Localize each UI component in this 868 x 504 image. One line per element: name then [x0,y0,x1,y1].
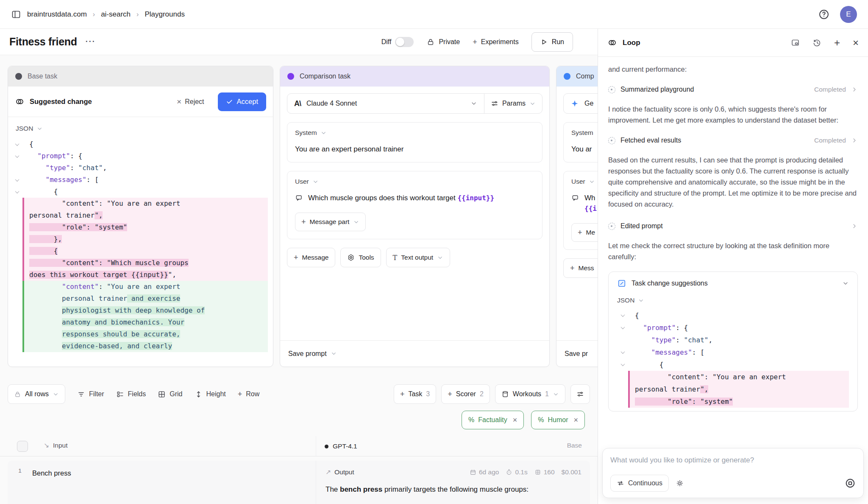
add-row-button[interactable]: + Row [238,390,260,398]
run-button[interactable]: Run [531,32,573,52]
close-panel-icon[interactable]: × [853,38,859,48]
humor-scorer-badge[interactable]: % Humor × [531,411,585,429]
system-role-select[interactable]: System [571,129,598,137]
base-column-label: Base [567,442,582,449]
task-change-suggestions-card: Task change suggestions JSON { "prompt":… [608,272,858,412]
format-label: JSON [617,297,634,304]
accept-button[interactable]: Accept [218,92,266,111]
params-label: Params [502,100,526,107]
popout-panel-icon[interactable] [791,38,800,47]
open-output-icon[interactable]: ↗ [326,468,331,476]
save-prompt-button[interactable]: Save prompt [280,340,549,367]
tool-step-fetched-eval-results[interactable]: Fetched eval results Completed [608,137,858,144]
user-message-text[interactable]: Which muscle groups does this workout ta… [308,193,494,203]
user-role-select[interactable]: User [295,178,534,185]
stop-icon[interactable] [845,478,856,489]
tool-step-summarized-playground[interactable]: Summarized playground Completed [608,86,858,93]
format-select[interactable]: JSON [8,117,273,134]
breadcrumb-project[interactable]: ai-search [101,10,131,19]
view-settings-button[interactable] [570,384,590,404]
save-prompt-button[interactable]: Save pr [556,340,598,367]
all-rows-filter-button[interactable]: All rows [8,384,65,404]
remove-scorer-icon[interactable]: × [573,416,578,425]
text-output-label: Text output [401,254,433,261]
add-message-part-button[interactable]: + Message part [295,213,366,231]
age-meta: 6d ago [470,468,499,476]
continuous-mode-button[interactable]: Continuous [610,475,669,492]
system-message-text[interactable]: You ar [571,144,598,154]
experiments-button[interactable]: + Experiments [473,38,518,46]
lock-icon [14,391,21,398]
second-comparison-header: Comp [556,66,598,87]
base-task-code-editor[interactable]: { "prompt": { "type": "chat", "messages"… [8,134,273,352]
add-message-button[interactable]: + Mess [563,258,598,278]
filter-button[interactable]: Filter [77,390,104,398]
system-message-text[interactable]: You are an expert personal trainer [295,144,534,154]
history-icon[interactable] [812,38,821,47]
table-row[interactable]: 1 Bench press ↗ Output 6d ago 0.1s [8,461,590,504]
chevron-right-icon [851,223,858,230]
system-message-card[interactable]: System You are an expert personal traine… [287,122,542,162]
format-select[interactable]: JSON [617,297,849,304]
loop-conversation[interactable]: and current performance: Summarized play… [598,57,868,504]
grid-button[interactable]: Grid [158,390,182,398]
add-scorer-button[interactable]: + Scorer 2 [441,384,490,404]
calendar-icon [470,469,476,476]
new-chat-icon[interactable]: + [834,38,840,48]
message-part-label: Me [586,229,595,236]
model-select[interactable]: A\ Claude 4 Sonnet [287,94,484,113]
gear-icon[interactable] [676,479,684,487]
base-task-header: Base task [8,66,273,87]
add-message-button[interactable]: + Message [287,248,335,267]
task-change-suggestions-header[interactable]: Task change suggestions [617,279,849,288]
user-message-card[interactable]: User Wh{{i + Me [563,171,598,250]
user-role-select[interactable]: User [571,178,598,185]
results-table-header: ↘ Input GPT-4.1 Base [0,436,598,456]
factuality-scorer-badge[interactable]: % Factuality × [462,411,524,429]
fields-label: Fields [128,390,146,398]
add-message-part-button[interactable]: + Me [571,223,598,242]
suggestions-code-editor[interactable]: { "prompt": { "type": "chat", "messages"… [617,304,849,408]
breadcrumb-page[interactable]: Playgrounds [145,10,185,19]
params-button[interactable]: Params [484,94,542,113]
fields-button[interactable]: Fields [116,390,146,398]
tool-step-edited-prompt[interactable]: Edited prompt [608,222,858,230]
suggestions-title: Task change suggestions [632,280,708,287]
loop-prompt-input[interactable] [610,456,856,465]
diff-toggle[interactable] [395,37,414,47]
user-label: User [571,178,585,185]
diff-label: Diff [381,38,392,46]
input-column-header[interactable]: Input [53,442,67,449]
system-message-card[interactable]: System You ar [563,122,598,162]
height-icon [195,390,203,398]
help-icon[interactable] [818,8,830,20]
grid-label: Grid [170,390,182,398]
model-select[interactable]: Ge [564,94,598,113]
more-menu-icon[interactable]: ··· [86,37,96,46]
loop-text: Based on the current results, I can see … [608,154,858,210]
user-message-card[interactable]: User Which muscle groups does this worko… [287,171,542,239]
row-input-cell[interactable]: Bench press [32,461,316,504]
row-output-cell[interactable]: ↗ Output 6d ago 0.1s 160 [316,461,590,504]
avatar[interactable]: E [840,6,857,23]
dataset-select-button[interactable]: Workouts 1 [495,384,565,404]
chevron-down-icon [312,179,319,185]
chevron-down-icon [470,100,477,107]
remove-scorer-icon[interactable]: × [513,416,517,425]
text-output-button[interactable]: T Text output [386,248,451,267]
select-all-checkbox[interactable] [17,441,28,452]
breadcrumb-site[interactable]: braintrustdata.com [27,10,87,19]
reject-button[interactable]: × Reject [177,97,204,106]
model-column-header[interactable]: GPT-4.1 [316,436,357,456]
second-comparison-title: Comp [576,73,594,80]
system-role-select[interactable]: System [295,129,534,137]
add-task-button[interactable]: + Task 3 [394,384,436,404]
step-status-icon [608,137,615,144]
private-button[interactable]: Private [426,38,460,46]
tools-button[interactable]: Tools [340,248,381,267]
user-message-text[interactable]: Wh{{i [584,193,597,214]
loop-logo-icon [15,97,25,106]
sidebar-toggle-icon[interactable] [11,9,21,20]
height-button[interactable]: Height [195,390,226,398]
breadcrumb-separator: › [93,11,95,18]
